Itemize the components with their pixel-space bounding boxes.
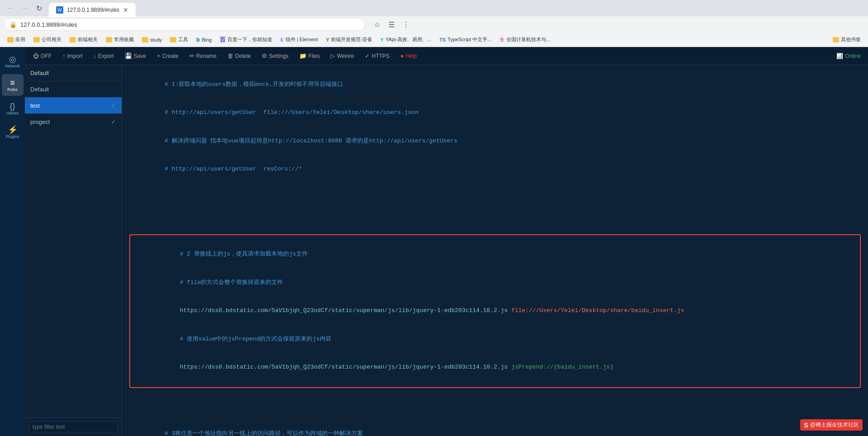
url-line: https://dss0.bdstatic.com/5aV1bjqh_Q23od… xyxy=(180,307,508,314)
extensions-button[interactable]: ☰ xyxy=(385,18,398,31)
files-icon: 📁 xyxy=(299,52,307,59)
menu-button[interactable]: ⋮ xyxy=(400,18,412,31)
comment-line: # 1:获取本地的users数据，模拟mock,开发的时候不用等后端接口 xyxy=(165,81,343,88)
bookmark-frontend[interactable]: 前端相关 xyxy=(66,35,101,44)
bookmark-apps[interactable]: 应用 xyxy=(4,35,29,44)
bookmark-others[interactable]: 其他书签 xyxy=(829,35,864,44)
whistle-content: Default Default test ✓ progect ✓ xyxy=(25,65,868,436)
sidebar-item-network[interactable]: ◎ Network xyxy=(2,51,24,72)
power-off-button[interactable]: ⏻ OFF xyxy=(28,51,56,61)
bookmark-label: 百度一下，你就知道 xyxy=(227,36,272,43)
export-button[interactable]: ↓ Export xyxy=(89,51,118,61)
create-button[interactable]: + Create xyxy=(152,51,183,61)
bookmark-label: 应用 xyxy=(15,36,25,43)
rename-label: Rename xyxy=(196,53,217,59)
comment-line: # file的方式会整个替换掉原来的文件 xyxy=(180,279,283,286)
save-button[interactable]: 💾 Save xyxy=(120,51,151,61)
help-label: Help xyxy=(406,53,417,59)
https-icon: ✓ xyxy=(365,52,370,59)
bookmark-baidu[interactable]: 百 百度一下，你就知道 xyxy=(216,35,276,45)
bookmark-label: 前端相关 xyxy=(78,36,98,43)
bookmark-yuque[interactable]: Y 前端开发规范·语雀 xyxy=(322,35,376,44)
settings-button[interactable]: ⚙ Settings xyxy=(257,51,293,61)
power-icon: ⏻ xyxy=(33,52,39,59)
comment-line: # http://api/users/getUser resCors://* xyxy=(165,166,302,172)
rules-icon: ≡ xyxy=(10,79,15,87)
bookmark-national[interactable]: 全 全国计算机技术与... xyxy=(496,35,554,44)
js-prepend: jsPrepend://{baidu_insert.js} xyxy=(508,364,613,370)
bookmark-label: study xyxy=(150,37,162,43)
chart-icon: 📊 xyxy=(836,53,843,59)
bookmark-study[interactable]: study xyxy=(138,36,165,43)
https-label: HTTPS xyxy=(372,53,389,59)
tab-close-button[interactable]: ✕ xyxy=(123,6,128,14)
delete-label: Delete xyxy=(235,53,251,59)
rule-item-name: Default xyxy=(30,86,116,93)
back-button[interactable]: ← xyxy=(4,2,16,14)
bookmark-favorites[interactable]: 常用收藏 xyxy=(102,35,137,44)
check-icon: ✓ xyxy=(111,102,116,109)
rename-button[interactable]: ✏ Rename xyxy=(185,51,221,61)
yuque-icon: Y xyxy=(326,37,329,43)
import-icon: ↑ xyxy=(62,52,66,59)
bookmark-yapi[interactable]: Y YApi-高效、易用、... xyxy=(377,35,435,44)
filter-input[interactable] xyxy=(28,422,118,432)
browser-chrome: ← → ↻ W 127.0.0.1:8899/#rules ✕ 🔒 127.0.… xyxy=(0,0,868,47)
sidebar-item-values-label: Values xyxy=(6,111,19,115)
rule-item-name: test xyxy=(30,102,107,109)
folder-icon xyxy=(33,37,40,43)
export-label: Export xyxy=(98,53,114,59)
sidebar-item-plugins[interactable]: ⚡ Plugins xyxy=(2,121,24,143)
ts-icon: TS xyxy=(439,37,446,43)
whistle-toolbar: ⏻ OFF ↑ Import ↓ Export 💾 Save + Create … xyxy=(25,47,868,65)
bookmark-label: YApi-高效、易用、... xyxy=(386,36,431,43)
bookmark-tools[interactable]: 工具 xyxy=(166,35,192,44)
watermark: S @稀土掘金技术社区 xyxy=(800,419,863,431)
address-url: 127.0.0.1:8899/#rules xyxy=(20,21,359,28)
comment-line: # 解决跨域问题 找本地vue项目起得是http://localhost:808… xyxy=(165,137,457,144)
weinre-label: Weinre xyxy=(337,53,354,59)
bookmark-bing[interactable]: b Bing xyxy=(193,35,215,44)
bookmark-label: 前端开发规范·语雀 xyxy=(331,36,372,43)
settings-icon: ⚙ xyxy=(262,52,267,59)
bookmark-button[interactable]: ☆ xyxy=(371,18,383,31)
files-button[interactable]: 📁 Files xyxy=(295,51,324,61)
https-button[interactable]: ✓ HTTPS xyxy=(360,51,394,61)
bookmark-element[interactable]: E 组件 | Element xyxy=(277,35,321,44)
rule-item-test[interactable]: test ✓ xyxy=(25,97,122,114)
tab-nav-buttons: ← → ↻ xyxy=(4,2,45,14)
import-button[interactable]: ↑ Import xyxy=(58,51,87,61)
sidebar-item-values[interactable]: {} Values xyxy=(2,98,24,119)
code-editor[interactable]: # 1:获取本地的users数据，模拟mock,开发的时候不用等后端接口 # h… xyxy=(122,65,868,436)
address-input-wrap[interactable]: 🔒 127.0.0.1:8899/#rules xyxy=(4,18,365,31)
browser-right-toolbar: ☆ ☰ ⋮ xyxy=(371,18,412,31)
save-label: Save xyxy=(134,53,146,59)
rule-item-default[interactable]: Default xyxy=(25,81,122,97)
code-content: # 1:获取本地的users数据，模拟mock,开发的时候不用等后端接口 # h… xyxy=(129,71,861,436)
url-line: https://dss0.bdstatic.com/5aV1bjqh_Q23od… xyxy=(180,364,508,370)
rule-item-progect[interactable]: progect ✓ xyxy=(25,114,122,130)
forward-button[interactable]: → xyxy=(18,2,31,14)
national-icon: 全 xyxy=(500,36,505,43)
sidebar-item-rules[interactable]: ≡ Rules xyxy=(2,74,24,96)
comment-line: # http://api/users/getUser file:///Users… xyxy=(165,109,419,116)
folder-icon xyxy=(70,37,76,43)
bookmark-company[interactable]: 公司相关 xyxy=(30,35,65,44)
weinre-icon: ▷ xyxy=(330,52,335,59)
yapi-icon: Y xyxy=(380,37,383,43)
reload-button[interactable]: ↻ xyxy=(33,2,45,14)
settings-label: Settings xyxy=(269,53,288,59)
active-tab[interactable]: W 127.0.0.1:8899/#rules ✕ xyxy=(49,3,136,17)
bookmark-ts[interactable]: TS TypeScript 中文手... xyxy=(436,35,495,44)
watermark-text: @稀土掘金技术社区 xyxy=(810,421,859,429)
comment-line: # 使用value中的jsPrepend的方式会保留原来的js内容 xyxy=(180,336,331,342)
delete-button[interactable]: 🗑 Delete xyxy=(223,51,255,61)
lock-icon: 🔒 xyxy=(9,21,17,28)
help-button[interactable]: ● Help xyxy=(396,51,422,61)
weinre-button[interactable]: ▷ Weinre xyxy=(326,51,359,61)
check-icon: ✓ xyxy=(111,118,116,125)
import-label: Import xyxy=(67,53,83,59)
folder-icon xyxy=(7,37,14,43)
off-label: OFF xyxy=(41,53,52,59)
address-bar-row: 🔒 127.0.0.1:8899/#rules ☆ ☰ ⋮ xyxy=(0,16,868,33)
